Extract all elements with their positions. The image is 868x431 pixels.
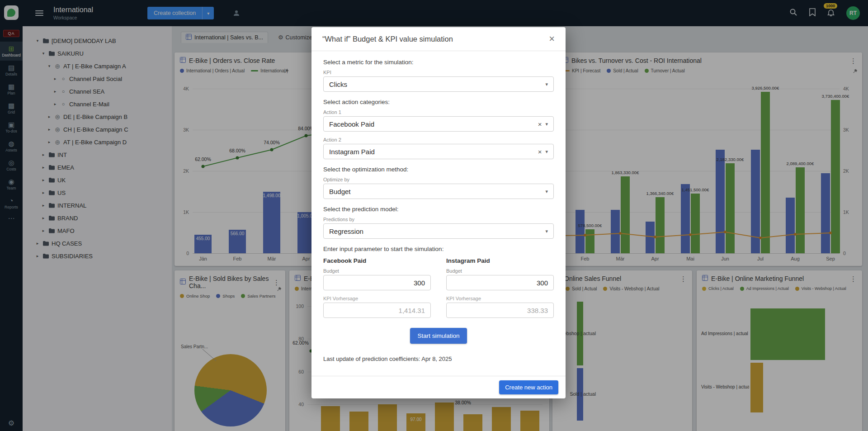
kpi-value: Clicks — [329, 81, 542, 88]
optimize-by-select-field: Optimize by Budget ▾ — [323, 177, 554, 199]
action2-select[interactable]: Instagram Paid × ▾ — [323, 144, 554, 159]
start-simulation-button[interactable]: Start simulation — [410, 328, 467, 344]
section-inputs-label: Enter input parameter to start the simul… — [323, 246, 554, 252]
action2-field-label: Action 2 — [323, 137, 554, 142]
facebook-budget-input[interactable] — [329, 279, 425, 287]
action1-select[interactable]: Facebook Paid × ▾ — [323, 116, 554, 132]
predictions-by-value: Regression — [329, 227, 542, 235]
predictions-by-field-label: Predictions by — [323, 217, 554, 222]
optimize-by-value: Budget — [329, 188, 542, 195]
action1-value: Facebook Paid — [329, 120, 534, 128]
what-if-simulation-modal: “What if” Budget & KPI value simulation … — [311, 27, 566, 398]
section-metric-label: Select a metric for the simulation: — [323, 59, 554, 66]
chevron-down-icon[interactable]: ▾ — [545, 81, 548, 87]
chevron-down-icon[interactable]: ▾ — [545, 149, 548, 155]
action2-select-field: Action 2 Instagram Paid × ▾ — [323, 137, 554, 159]
instagram-group-title: Instagram Paid — [446, 257, 554, 264]
chevron-down-icon[interactable]: ▾ — [545, 121, 548, 127]
predictions-by-select[interactable]: Regression ▾ — [323, 223, 554, 239]
predictions-by-select-field: Predictions by Regression ▾ — [323, 217, 554, 239]
optimize-by-field-label: Optimize by — [323, 177, 554, 182]
facebook-group-title: Facebook Paid — [323, 257, 431, 264]
instagram-kpi-forecast-label: KPI Vorhersage — [446, 296, 554, 301]
kpi-field-label: KPI — [323, 70, 554, 75]
kpi-select-field: KPI Clicks ▾ — [323, 70, 554, 92]
facebook-kpi-forecast-value — [329, 307, 425, 314]
facebook-budget-label: Budget — [323, 268, 431, 274]
clear-icon[interactable]: × — [538, 148, 542, 156]
action1-select-field: Action 1 Facebook Paid × ▾ — [323, 109, 554, 132]
facebook-kpi-forecast-label: KPI Vorhersage — [323, 296, 431, 301]
chevron-down-icon[interactable]: ▾ — [545, 228, 548, 234]
chevron-down-icon[interactable]: ▾ — [545, 189, 548, 194]
last-update-note: Last update of prediction coefficients: … — [323, 355, 554, 362]
section-actions-label: Select action categories: — [323, 99, 554, 105]
app-root: QA ⊞Dashboard▤Details▦Plan▩Grid▣To-dos◍A… — [0, 0, 868, 431]
instagram-kpi-forecast-value — [452, 307, 548, 314]
instagram-budget-label: Budget — [446, 268, 554, 274]
facebook-input-group: Facebook Paid Budget KPI Vorhersage — [323, 256, 431, 318]
instagram-input-group: Instagram Paid Budget KPI Vorhersage — [446, 256, 554, 318]
kpi-select[interactable]: Clicks ▾ — [323, 76, 554, 92]
clear-icon[interactable]: × — [538, 120, 542, 128]
instagram-budget-input[interactable] — [452, 279, 548, 287]
action2-value: Instagram Paid — [329, 148, 534, 156]
action1-field-label: Action 1 — [323, 109, 554, 115]
modal-title: “What if” Budget & KPI value simulation — [322, 35, 453, 43]
create-new-action-button[interactable]: Create new action — [499, 380, 558, 394]
optimize-by-select[interactable]: Budget ▾ — [323, 184, 554, 199]
section-optimization-label: Select the optimization method: — [323, 166, 554, 173]
section-prediction-label: Select the prediction model: — [323, 206, 554, 213]
close-icon[interactable]: × — [549, 34, 555, 44]
